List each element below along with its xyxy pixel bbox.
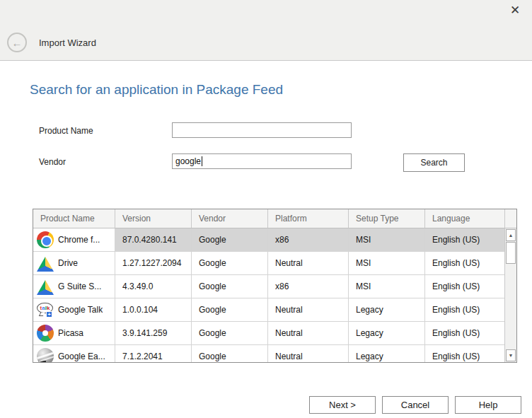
product-name-text: Chrome f...: [58, 235, 100, 245]
scrollbar-thumb[interactable]: [506, 242, 516, 264]
cancel-button[interactable]: Cancel: [382, 396, 449, 414]
product-name-text: Picasa: [58, 328, 83, 338]
table-row[interactable]: Drive1.27.1227.2094GoogleNeutralMSIEngli…: [33, 252, 516, 275]
cell-platform[interactable]: Neutral: [268, 298, 349, 321]
column-header-setup-type[interactable]: Setup Type: [349, 209, 425, 228]
cell-version[interactable]: 1.27.1227.2094: [115, 252, 192, 274]
vendor-value: google: [175, 156, 201, 166]
table-row[interactable]: Picasa3.9.141.259GoogleNeutralLegacyEngl…: [33, 322, 516, 345]
cell-vendor[interactable]: Google: [192, 275, 268, 298]
cell-language[interactable]: English (US): [425, 275, 516, 298]
product-name-text: Google Talk: [58, 305, 103, 315]
column-header-language[interactable]: Language: [425, 209, 504, 228]
cell-product[interactable]: Picasa: [33, 322, 115, 344]
table-row[interactable]: talk+Google Talk1.0.0.104GoogleNeutralLe…: [33, 298, 516, 322]
help-button[interactable]: Help: [455, 396, 521, 414]
cell-product[interactable]: Drive: [33, 252, 115, 274]
table-row[interactable]: Chrome f...87.0.4280.141Googlex86MSIEngl…: [33, 228, 516, 252]
back-button[interactable]: ←: [7, 33, 27, 52]
talk-icon: talk+: [37, 301, 54, 318]
table-header-row: Product NameVersionVendorPlatformSetup T…: [33, 209, 516, 228]
cell-platform[interactable]: x86: [268, 275, 349, 298]
product-name-label: Product Name: [39, 126, 93, 136]
cell-vendor[interactable]: Google: [192, 228, 268, 251]
scroll-up-icon[interactable]: ▲: [506, 229, 516, 241]
earth-icon: [37, 348, 54, 363]
product-name-text: Drive: [58, 258, 78, 268]
product-name-input[interactable]: [172, 122, 352, 138]
cell-platform[interactable]: Neutral: [268, 345, 349, 363]
column-header-product-name[interactable]: Product Name: [33, 209, 115, 228]
product-name-text: Google Ea...: [58, 352, 105, 361]
chrome-icon: [37, 231, 54, 248]
drive-icon: [37, 257, 54, 272]
scroll-down-icon[interactable]: ▼: [506, 349, 516, 361]
cell-language[interactable]: English (US): [425, 322, 516, 344]
cell-product[interactable]: Chrome f...: [33, 228, 115, 251]
product-name-text: G Suite S...: [58, 281, 101, 291]
cell-setup-type[interactable]: Legacy: [349, 345, 425, 363]
cell-platform[interactable]: Neutral: [268, 322, 349, 344]
vendor-input[interactable]: google: [172, 153, 352, 169]
header-scrollbar-spacer: [504, 209, 516, 228]
cell-setup-type[interactable]: Legacy: [349, 298, 425, 321]
search-button[interactable]: Search: [403, 153, 465, 172]
table-row[interactable]: Google Ea...7.1.2.2041GoogleNeutralLegac…: [33, 345, 516, 363]
text-caret: [202, 156, 202, 166]
cell-language[interactable]: English (US): [425, 345, 516, 363]
cell-language[interactable]: English (US): [425, 252, 516, 274]
cell-language[interactable]: English (US): [425, 298, 516, 321]
cell-version[interactable]: 87.0.4280.141: [115, 228, 192, 251]
cell-vendor[interactable]: Google: [192, 252, 268, 274]
page-title: Search for an application in Package Fee…: [30, 82, 283, 98]
close-icon[interactable]: ✕: [507, 2, 524, 19]
title-band: [0, 0, 532, 61]
cell-setup-type[interactable]: MSI: [349, 275, 425, 298]
back-arrow-icon: ←: [12, 37, 23, 49]
vendor-label: Vendor: [39, 157, 66, 167]
cell-version[interactable]: 1.0.0.104: [115, 298, 192, 321]
vertical-scrollbar[interactable]: ▲ ▼: [504, 228, 516, 362]
cell-platform[interactable]: x86: [268, 228, 349, 251]
next-button[interactable]: Next >: [309, 396, 376, 414]
cell-vendor[interactable]: Google: [192, 345, 268, 363]
cell-setup-type[interactable]: MSI: [349, 228, 425, 251]
cell-setup-type[interactable]: Legacy: [349, 322, 425, 344]
cell-product[interactable]: Google Ea...: [33, 345, 115, 363]
cell-language[interactable]: English (US): [425, 228, 516, 251]
cell-setup-type[interactable]: MSI: [349, 252, 425, 274]
cell-version[interactable]: 4.3.49.0: [115, 275, 192, 298]
cell-product[interactable]: talk+Google Talk: [33, 298, 115, 321]
cell-vendor[interactable]: Google: [192, 322, 268, 344]
column-header-vendor[interactable]: Vendor: [192, 209, 268, 228]
cell-platform[interactable]: Neutral: [268, 252, 349, 274]
cell-version[interactable]: 3.9.141.259: [115, 322, 192, 344]
cell-product[interactable]: G Suite S...: [33, 275, 115, 298]
drive-icon: [37, 280, 54, 295]
wizard-title: Import Wizard: [39, 37, 96, 48]
table-body: Chrome f...87.0.4280.141Googlex86MSIEngl…: [33, 228, 516, 363]
column-header-platform[interactable]: Platform: [268, 209, 349, 228]
column-header-version[interactable]: Version: [115, 209, 192, 228]
picasa-icon: [37, 325, 54, 342]
cell-vendor[interactable]: Google: [192, 298, 268, 321]
cell-version[interactable]: 7.1.2.2041: [115, 345, 192, 363]
results-table: Product NameVersionVendorPlatformSetup T…: [33, 209, 517, 363]
table-row[interactable]: G Suite S...4.3.49.0Googlex86MSIEnglish …: [33, 275, 516, 298]
